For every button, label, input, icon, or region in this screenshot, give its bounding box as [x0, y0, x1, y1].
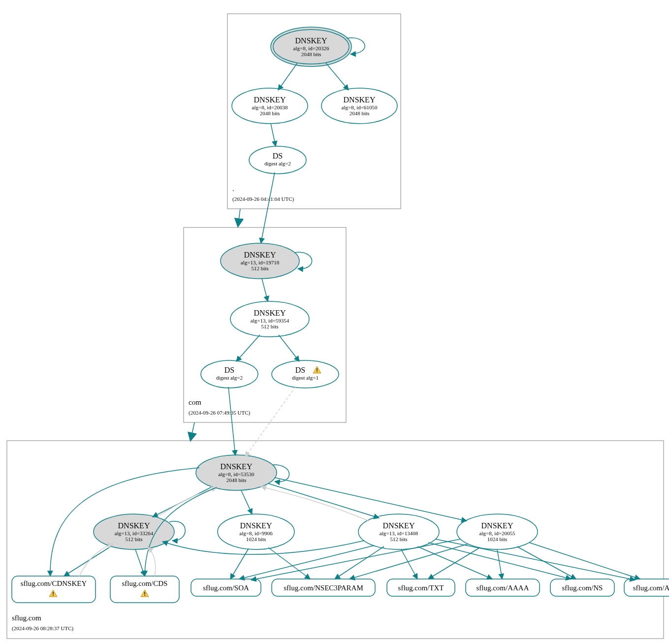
- svg-text:sflug.com/A: sflug.com/A: [633, 584, 669, 592]
- svg-text:digest alg=2: digest alg=2: [264, 161, 291, 166]
- svg-text:sflug.com/TXT: sflug.com/TXT: [398, 584, 444, 592]
- edge-k4-nsec3: [335, 547, 384, 579]
- svg-text:DS: DS: [273, 152, 283, 160]
- svg-text:2048 bits: 2048 bits: [226, 477, 247, 483]
- zone-sflug-timestamp: (2024-09-26 08:28:37 UTC): [12, 625, 74, 632]
- svg-text:alg=8, id=20326: alg=8, id=20326: [293, 45, 329, 51]
- edge-k4-soa: [239, 546, 374, 579]
- edge-rootds-comksk: [261, 172, 275, 243]
- edge-rootksk-zsk1: [278, 63, 297, 90]
- node-com-ds2: DS digest alg=1: [272, 360, 339, 388]
- leaf-txt: sflug.com/TXT: [387, 579, 455, 596]
- svg-rect-30: [317, 368, 318, 371]
- svg-text:alg=8, id=61050: alg=8, id=61050: [342, 104, 378, 110]
- node-com-ksk: DNSKEY alg=13, id=19718 512 bits: [221, 243, 299, 279]
- node-sflug-ksk: DNSKEY alg=8, id=53530 2048 bits: [196, 455, 277, 490]
- zone-com-timestamp: (2024-09-26 07:49:35 UTC): [189, 410, 251, 416]
- svg-text:digest alg=2: digest alg=2: [216, 375, 243, 381]
- edge-k5-ns: [517, 547, 576, 579]
- svg-text:alg=13, id=19718: alg=13, id=19718: [241, 259, 280, 265]
- svg-rect-54: [53, 592, 54, 594]
- leaf-nsec3param: sflug.com/NSEC3PARAM: [272, 579, 375, 596]
- edge-k5-txt: [428, 547, 480, 579]
- leaf-cdnskey: sflug.com/CDNSKEY: [12, 576, 96, 603]
- svg-text:1024 bits: 1024 bits: [487, 536, 508, 542]
- svg-text:DS: DS: [295, 366, 305, 374]
- svg-text:DNSKEY: DNSKEY: [383, 521, 415, 530]
- svg-text:sflug.com/NS: sflug.com/NS: [562, 584, 603, 592]
- leaf-cds: sflug.com/CDS: [110, 576, 179, 603]
- svg-text:DS: DS: [224, 366, 234, 374]
- edge-k5-a: [529, 543, 640, 579]
- svg-point-24: [201, 360, 258, 388]
- svg-rect-31: [317, 371, 318, 372]
- svg-text:2048 bits: 2048 bits: [350, 110, 370, 116]
- svg-point-27: [272, 360, 339, 388]
- svg-text:alg=13, id=33264: alg=13, id=33264: [115, 530, 154, 536]
- svg-text:2048 bits: 2048 bits: [260, 110, 280, 116]
- svg-text:alg=8, id=9906: alg=8, id=9906: [239, 530, 273, 536]
- edge-k5-soa: [251, 539, 460, 580]
- node-sflug-k2: DNSKEY alg=13, id=33264 512 bits: [94, 514, 174, 549]
- svg-text:DNSKEY: DNSKEY: [254, 96, 286, 104]
- svg-text:sflug.com/AAAA: sflug.com/AAAA: [476, 584, 529, 592]
- edge-zone-root-com: [238, 209, 240, 224]
- edge-k2-cds: [135, 549, 145, 576]
- svg-text:sflug.com/NSEC3PARAM: sflug.com/NSEC3PARAM: [284, 584, 363, 592]
- node-sflug-k5: DNSKEY alg=8, id=20055 1024 bits: [457, 514, 538, 549]
- leaf-aaaa: sflug.com/AAAA: [466, 579, 540, 596]
- node-com-zsk: DNSKEY alg=13, id=59354 512 bits: [230, 301, 309, 337]
- edge-cdnskey-k2: [79, 544, 113, 577]
- svg-text:alg=13, id=59354: alg=13, id=59354: [251, 318, 289, 323]
- svg-text:DNSKEY: DNSKEY: [344, 96, 376, 104]
- svg-text:DNSKEY: DNSKEY: [254, 309, 286, 317]
- edge-zone-com-sflug: [191, 422, 194, 438]
- edge-rootksk-zsk2: [326, 63, 349, 90]
- zone-com-label: com: [189, 398, 201, 406]
- svg-text:512 bits: 512 bits: [390, 536, 407, 542]
- node-root-ds: DS digest alg=2: [249, 146, 306, 174]
- edge-k4-a: [436, 539, 635, 580]
- svg-text:sflug.com/SOA: sflug.com/SOA: [203, 584, 249, 592]
- zone-root-timestamp: (2024-09-26 04:41:04 UTC): [232, 196, 294, 202]
- svg-point-13: [249, 146, 306, 174]
- svg-text:1024 bits: 1024 bits: [246, 536, 266, 542]
- zone-sflug-label: sflug.com: [12, 614, 41, 622]
- edge-cds-k2: [148, 547, 156, 576]
- edge-rootzsk1-ds: [271, 124, 276, 146]
- svg-text:DNSKEY: DNSKEY: [244, 251, 276, 259]
- svg-text:DNSKEY: DNSKEY: [118, 521, 150, 530]
- svg-text:DNSKEY: DNSKEY: [295, 36, 327, 45]
- edge-k2-cdnskey: [64, 547, 111, 576]
- svg-rect-58: [144, 592, 145, 594]
- svg-text:sflug.com/CDS: sflug.com/CDS: [122, 580, 168, 587]
- edge-k4-ksk: [261, 486, 369, 521]
- node-root-ksk: DNSKEY alg=8, id=20326 2048 bits: [271, 27, 351, 66]
- node-root-zsk1: DNSKEY alg=8, id=20038 2048 bits: [232, 88, 308, 124]
- node-com-ds1: DS digest alg=2: [201, 360, 258, 388]
- svg-text:alg=13, id=13408: alg=13, id=13408: [380, 530, 418, 536]
- edge-comzsk-ds2: [279, 335, 299, 361]
- edge-comds1-sflugksk: [228, 387, 235, 455]
- svg-rect-55: [53, 595, 54, 596]
- edge-comksk-comzsk: [262, 279, 268, 301]
- edge-k3-soa: [230, 548, 249, 579]
- edge-k4-txt: [401, 549, 417, 579]
- svg-rect-59: [144, 595, 145, 596]
- svg-text:digest alg=1: digest alg=1: [292, 375, 319, 381]
- zone-root-label: .: [232, 185, 234, 193]
- node-sflug-k4: DNSKEY alg=13, id=13408 512 bits: [358, 514, 439, 549]
- edge-ksk-k3: [241, 490, 252, 514]
- leaf-soa: sflug.com/SOA: [191, 579, 261, 596]
- svg-text:DNSKEY: DNSKEY: [240, 521, 272, 530]
- svg-text:DNSKEY: DNSKEY: [481, 521, 513, 530]
- svg-text:512 bits: 512 bits: [125, 536, 142, 542]
- svg-text:alg=8, id=20055: alg=8, id=20055: [479, 530, 515, 536]
- svg-text:2048 bits: 2048 bits: [301, 51, 321, 57]
- edge-comzsk-ds1: [236, 335, 260, 361]
- svg-text:512 bits: 512 bits: [251, 265, 268, 271]
- svg-text:alg=8, id=53530: alg=8, id=53530: [219, 471, 255, 477]
- edge-k5-aaaa: [497, 549, 502, 579]
- edge-ksk-k5: [275, 478, 467, 521]
- leaf-a: sflug.com/A: [624, 579, 669, 596]
